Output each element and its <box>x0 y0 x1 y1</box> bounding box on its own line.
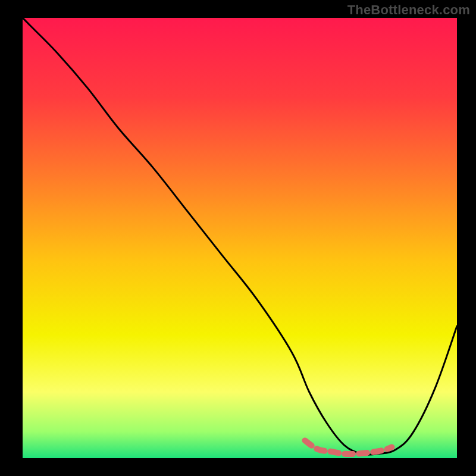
plot-background <box>23 18 457 458</box>
chart-svg <box>0 0 476 476</box>
chart-frame: TheBottleneck.com <box>0 0 476 476</box>
